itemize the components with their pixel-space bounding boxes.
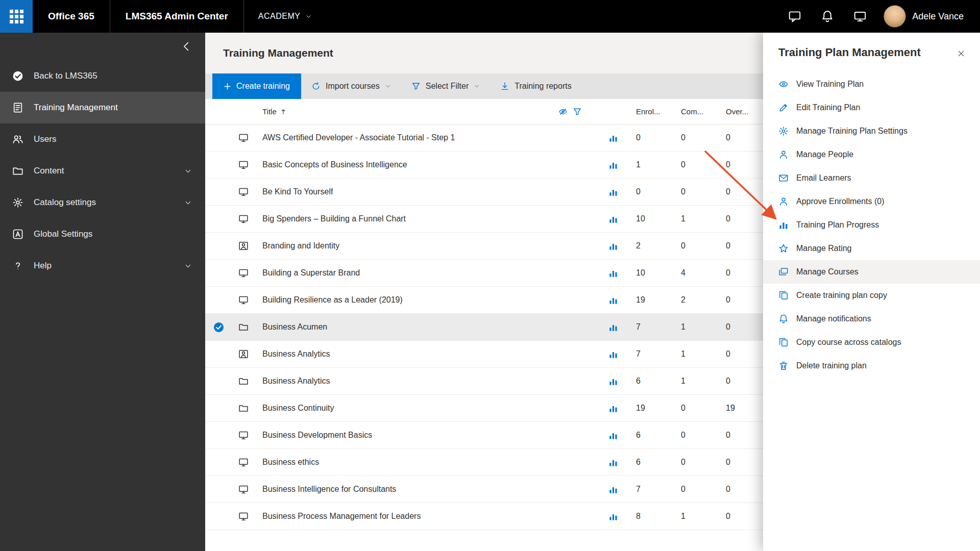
training-reports-label: Training reports bbox=[514, 82, 571, 91]
sidebar-item-help[interactable]: Help bbox=[0, 250, 205, 282]
user-name[interactable]: Adele Vance bbox=[912, 0, 964, 33]
row-title[interactable]: Big Spenders – Building a Funnel Chart bbox=[262, 214, 406, 223]
row-title[interactable]: Building Resilience as a Leader (2019) bbox=[262, 295, 403, 305]
column-enrolled[interactable]: Enrol... bbox=[629, 107, 674, 116]
progress-chart-icon[interactable] bbox=[608, 295, 618, 305]
progress-chart-icon[interactable] bbox=[608, 187, 618, 197]
row-title[interactable]: Basic Concepts of Business Intelligence bbox=[262, 160, 407, 169]
panel-item-label: Delete training plan bbox=[796, 361, 867, 370]
sidebar-item-label: Users bbox=[34, 134, 56, 144]
row-title[interactable]: Business Process Management for Leaders bbox=[262, 512, 421, 521]
progress-chart-icon[interactable] bbox=[608, 268, 618, 278]
sidebar-item-global-settings[interactable]: Global Settings bbox=[0, 218, 205, 250]
row-title[interactable]: Business Intelligence for Consultants bbox=[262, 485, 396, 494]
sidebar-item-label: Catalog settings bbox=[34, 197, 96, 208]
row-title[interactable]: AWS Certified Developer - Associate Tuto… bbox=[262, 133, 455, 142]
panel-item-email-learners[interactable]: Email Learners bbox=[763, 166, 980, 190]
panel-item-label: Manage notifications bbox=[796, 314, 871, 323]
row-title[interactable]: Branding and Identity bbox=[262, 241, 339, 251]
sidebar-item-users[interactable]: Users bbox=[0, 123, 205, 155]
sidebar-item-training-management[interactable]: Training Management bbox=[0, 92, 205, 123]
sidebar-item-back-to-lms365[interactable]: Back to LMS365 bbox=[0, 60, 205, 92]
progress-chart-icon[interactable] bbox=[608, 160, 618, 170]
chevron-down-icon bbox=[184, 199, 192, 207]
catalog-selector[interactable]: ACADEMY bbox=[244, 0, 327, 33]
app-launcher-button[interactable] bbox=[0, 0, 33, 33]
chevron-down-icon bbox=[184, 167, 192, 175]
progress-chart-icon[interactable] bbox=[608, 458, 618, 467]
row-select-cell[interactable] bbox=[205, 322, 232, 333]
training-reports-button[interactable]: Training reports bbox=[490, 73, 581, 99]
folder-icon bbox=[238, 403, 249, 413]
monitor-icon bbox=[238, 160, 249, 170]
panel-item-manage-notifications[interactable]: Manage notifications bbox=[763, 307, 980, 331]
monitor-icon bbox=[238, 187, 249, 197]
close-panel-button[interactable] bbox=[953, 46, 969, 61]
notifications-button[interactable] bbox=[811, 0, 844, 33]
row-type-cell bbox=[232, 349, 255, 359]
panel-item-copy-course-across-catalogs[interactable]: Copy course across catalogs bbox=[763, 331, 980, 354]
cell-enrolled: 10 bbox=[629, 214, 674, 223]
row-title[interactable]: Be Kind To Yourself bbox=[262, 187, 333, 196]
row-title[interactable]: Business ethics bbox=[262, 458, 319, 467]
panel-item-view-training-plan[interactable]: View Training Plan bbox=[763, 72, 980, 96]
collapse-sidebar-icon[interactable] bbox=[181, 41, 192, 52]
feedback-button[interactable] bbox=[844, 0, 876, 33]
panel-item-manage-courses[interactable]: Manage Courses bbox=[763, 260, 980, 284]
row-title[interactable]: Building a Superstar Brand bbox=[262, 268, 360, 278]
office365-brand[interactable]: Office 365 bbox=[33, 0, 110, 33]
row-title[interactable]: Business Analytics bbox=[262, 377, 330, 386]
bell-icon bbox=[778, 314, 789, 324]
panel-item-manage-people[interactable]: Manage People bbox=[763, 143, 980, 166]
row-title[interactable]: Business Acumen bbox=[262, 322, 327, 332]
chevron-down-icon bbox=[305, 13, 312, 20]
cell-completed: 1 bbox=[674, 377, 719, 386]
folder-icon bbox=[12, 165, 23, 177]
avatar[interactable] bbox=[884, 5, 906, 28]
row-title[interactable]: Business Continuity bbox=[262, 404, 334, 413]
column-completed[interactable]: Com... bbox=[674, 107, 719, 116]
progress-chart-icon[interactable] bbox=[608, 133, 618, 143]
row-title[interactable]: Business Development Basics bbox=[262, 431, 372, 440]
panel-item-manage-rating[interactable]: Manage Rating bbox=[763, 237, 980, 260]
create-training-button[interactable]: Create training bbox=[212, 73, 301, 99]
cell-overdue: 0 bbox=[719, 431, 764, 440]
screen-share-icon bbox=[853, 10, 867, 23]
column-overdue[interactable]: Over... bbox=[719, 107, 764, 116]
panel-item-manage-training-plan-settings[interactable]: Manage Training Plan Settings bbox=[763, 119, 980, 143]
panel-item-training-plan-progress[interactable]: Training Plan Progress bbox=[763, 213, 980, 237]
sidebar-item-content[interactable]: Content bbox=[0, 155, 205, 187]
monitor-icon bbox=[238, 133, 249, 143]
progress-chart-icon[interactable] bbox=[608, 431, 618, 440]
progress-chart-icon[interactable] bbox=[608, 241, 618, 251]
help-icon bbox=[12, 260, 23, 271]
select-filter-button[interactable]: Select Filter bbox=[401, 73, 490, 99]
import-courses-button[interactable]: Import courses bbox=[301, 73, 401, 99]
progress-chart-icon[interactable] bbox=[608, 214, 618, 224]
person-icon bbox=[778, 149, 789, 160]
progress-chart-icon[interactable] bbox=[608, 377, 618, 386]
cell-overdue: 0 bbox=[719, 214, 764, 223]
progress-chart-icon[interactable] bbox=[608, 485, 618, 494]
sidebar-item-catalog-settings[interactable]: Catalog settings bbox=[0, 187, 205, 218]
panel-item-delete-training-plan[interactable]: Delete training plan bbox=[763, 354, 980, 378]
panel-item-approve-enrollments-0[interactable]: Approve Enrollments (0) bbox=[763, 190, 980, 213]
plus-icon bbox=[224, 83, 231, 90]
cell-overdue: 0 bbox=[719, 160, 764, 169]
panel-item-create-training-plan-copy[interactable]: Create training plan copy bbox=[763, 284, 980, 307]
progress-chart-icon[interactable] bbox=[608, 404, 618, 413]
cell-enrolled: 7 bbox=[629, 322, 674, 332]
row-title[interactable]: Business Analytics bbox=[262, 349, 330, 359]
column-title[interactable]: Title bbox=[262, 107, 287, 116]
panel-item-edit-training-plan[interactable]: Edit Training Plan bbox=[763, 96, 980, 119]
progress-chart-icon[interactable] bbox=[608, 512, 618, 521]
column-filter-icon[interactable] bbox=[573, 107, 582, 116]
chat-button[interactable] bbox=[778, 0, 811, 33]
cell-overdue: 19 bbox=[719, 404, 764, 413]
selected-check-icon bbox=[213, 322, 224, 333]
progress-chart-icon[interactable] bbox=[608, 349, 618, 359]
app-a-icon bbox=[12, 229, 23, 240]
progress-chart-icon[interactable] bbox=[608, 322, 618, 332]
visibility-filter-icon[interactable] bbox=[558, 107, 568, 116]
sidebar-item-label: Global Settings bbox=[34, 229, 92, 239]
